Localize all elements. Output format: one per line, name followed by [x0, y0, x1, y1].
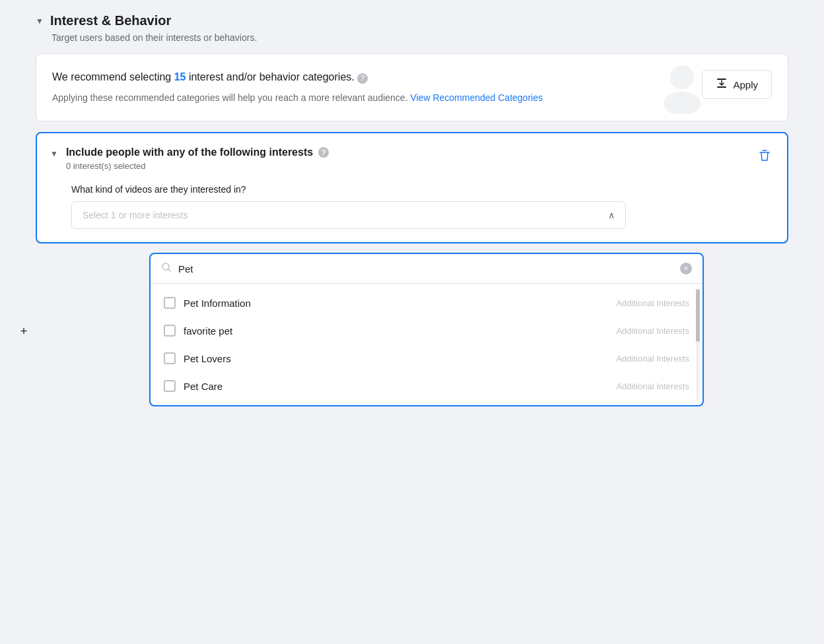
recommendation-content: We recommend selecting 15 interest and/o… — [52, 70, 702, 105]
section-title: Interest & Behavior — [50, 13, 171, 28]
apply-button[interactable]: Apply — [702, 70, 772, 99]
checkbox-pet-care[interactable] — [164, 380, 176, 392]
view-recommended-link[interactable]: View Recommended Categories — [410, 92, 543, 103]
scrollbar-track — [696, 289, 700, 400]
side-actions: + + — [16, 323, 32, 420]
svg-point-1 — [664, 92, 701, 113]
delete-button[interactable] — [755, 146, 774, 165]
item-tag: Additional Interests — [616, 298, 689, 308]
item-label: Pet Lovers — [184, 353, 231, 364]
clear-icon: × — [683, 265, 688, 273]
interest-help-icon[interactable]: ? — [318, 147, 329, 158]
interest-count: 0 interest(s) selected — [66, 161, 747, 171]
dropdown-list: Pet Information Additional Interests fav… — [151, 284, 703, 405]
section-header: ▼ Interest & Behavior — [36, 13, 788, 28]
apply-icon — [716, 77, 728, 92]
recommendation-help-icon[interactable]: ? — [357, 73, 368, 84]
select-chevron-icon: ∧ — [608, 210, 615, 220]
interest-header-content: Include people with any of the following… — [66, 146, 747, 171]
section-subtitle: Target users based on their interests or… — [52, 32, 788, 43]
interest-question: What kind of videos are they interested … — [71, 184, 774, 195]
item-label: Pet Information — [184, 298, 251, 309]
scrollbar-thumb[interactable] — [696, 289, 700, 342]
item-tag: Additional Interests — [616, 354, 689, 364]
chevron-icon: ▼ — [36, 16, 44, 26]
bg-figure — [656, 61, 708, 113]
select-placeholder: Select 1 or more interests — [83, 210, 188, 220]
clear-button[interactable]: × — [680, 263, 692, 274]
list-item[interactable]: Pet Care Additional Interests — [151, 372, 703, 400]
svg-rect-2 — [717, 79, 726, 80]
checkbox-pet-information[interactable] — [164, 297, 176, 309]
select-dropdown[interactable]: Select 1 or more interests ∧ — [71, 201, 626, 229]
item-tag: Additional Interests — [616, 381, 689, 391]
svg-rect-3 — [717, 86, 726, 88]
add-group-button-1[interactable]: + — [16, 323, 32, 339]
item-label: Pet Care — [184, 381, 223, 392]
dropdown-panel: × Pet Information Additional Interests f… — [149, 253, 704, 406]
interest-card-title: Include people with any of the following… — [66, 146, 747, 158]
checkbox-pet-lovers[interactable] — [164, 352, 176, 364]
interest-card: ▼ Include people with any of the followi… — [36, 132, 788, 243]
item-tag: Additional Interests — [616, 326, 689, 336]
item-label: favorite pet — [184, 325, 232, 337]
search-input[interactable] — [178, 263, 673, 274]
interest-body: What kind of videos are they interested … — [37, 177, 787, 242]
apply-label: Apply — [733, 79, 758, 90]
svg-point-0 — [670, 65, 694, 89]
checkbox-favorite-pet[interactable] — [164, 325, 176, 337]
list-item[interactable]: Pet Information Additional Interests — [151, 289, 703, 317]
recommendation-card: We recommend selecting 15 interest and/o… — [36, 53, 788, 121]
interest-card-header: ▼ Include people with any of the followi… — [37, 133, 787, 177]
page-container: ▼ Interest & Behavior Target users based… — [36, 13, 788, 406]
list-item[interactable]: favorite pet Additional Interests — [151, 317, 703, 344]
list-item[interactable]: Pet Lovers Additional Interests — [151, 344, 703, 372]
search-box: × — [151, 254, 703, 284]
search-icon — [161, 262, 172, 275]
interest-chevron-icon[interactable]: ▼ — [50, 149, 58, 158]
recommendation-desc: Applying these recommended categories wi… — [52, 91, 689, 105]
interest-section: ▼ Include people with any of the followi… — [36, 132, 788, 406]
recommendation-title: We recommend selecting 15 interest and/o… — [52, 70, 689, 84]
